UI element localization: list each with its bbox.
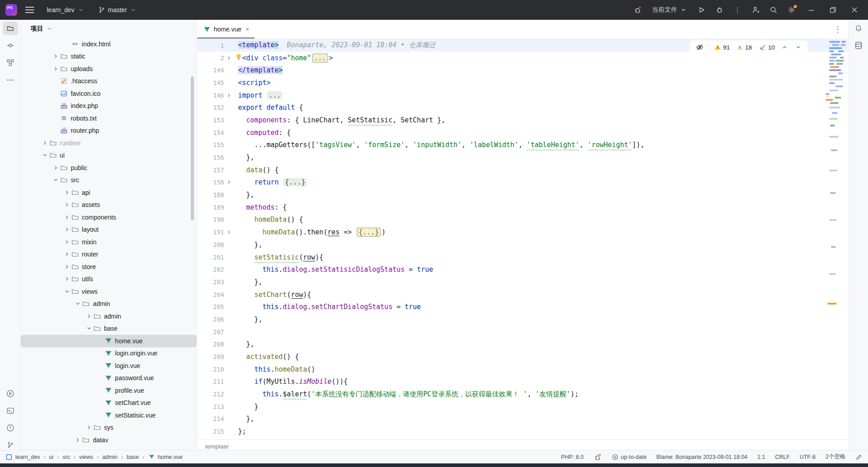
tree-item-utils[interactable]: utils xyxy=(21,273,197,286)
line-number[interactable]: 153 xyxy=(197,117,224,124)
tree-item-runtime[interactable]: runtime xyxy=(21,137,197,149)
error-stripe-mark[interactable] xyxy=(831,54,841,55)
error-stripe-mark[interactable] xyxy=(829,170,837,171)
code-line-153[interactable]: 153 components: { LineChart, SetStatisic… xyxy=(197,114,848,126)
line-number[interactable]: 154 xyxy=(197,129,224,136)
error-stripe-mark[interactable] xyxy=(832,44,839,46)
tree-item-public[interactable]: public xyxy=(21,162,197,174)
error-stripe-mark[interactable] xyxy=(829,57,837,58)
tree-item-ui[interactable]: ui xyxy=(21,149,197,162)
warnings-count[interactable]: 91 xyxy=(712,44,732,51)
tree-item-index-php[interactable]: PHPindex.php xyxy=(21,100,197,112)
code-line-212[interactable]: 212 this.$alert('本系统没有专门适配移动端，请使用PC登录系统，… xyxy=(197,388,848,400)
error-stripe-mark[interactable] xyxy=(831,149,837,151)
project-tool-icon[interactable] xyxy=(3,22,18,35)
search-icon[interactable] xyxy=(765,3,782,17)
chevron-right-icon[interactable] xyxy=(63,201,71,208)
play-icon[interactable] xyxy=(693,3,710,17)
line-number[interactable]: 215 xyxy=(197,428,224,435)
error-stripe-mark[interactable] xyxy=(828,303,837,305)
chevron-down-icon[interactable] xyxy=(63,288,71,295)
error-stripe-mark[interactable] xyxy=(838,50,844,52)
status-bug-x-icon[interactable] xyxy=(594,453,602,461)
tree-item-password-vue[interactable]: password.vue xyxy=(21,372,197,385)
vcs-branch-button[interactable]: master xyxy=(94,4,142,16)
close-icon[interactable] xyxy=(845,2,864,18)
code-line-156[interactable]: 156 }, xyxy=(197,151,848,164)
chevron-right-icon[interactable] xyxy=(63,275,71,283)
error-stripe-mark[interactable] xyxy=(842,41,846,43)
tree-item-views[interactable]: views xyxy=(21,285,197,298)
tree-item-favicon-ico[interactable]: favicon.ico xyxy=(21,87,197,100)
code-line-214[interactable]: 214 }, xyxy=(197,413,848,426)
tree-item-store[interactable]: store xyxy=(21,260,197,273)
terminal-tool-icon[interactable] xyxy=(3,404,18,418)
line-number[interactable]: 205 xyxy=(197,303,224,310)
line-number[interactable]: 155 xyxy=(197,141,224,148)
highlighting-off-icon[interactable] xyxy=(693,43,706,51)
error-stripe-mark[interactable] xyxy=(831,246,836,248)
tree-item--htaccess[interactable]: .htaccess xyxy=(21,75,197,88)
error-stripe-mark[interactable] xyxy=(829,273,836,275)
structure-tool-icon[interactable] xyxy=(3,56,18,69)
error-stripe-mark[interactable] xyxy=(836,85,843,87)
status-item-utf-8[interactable]: UTF-8 xyxy=(800,454,815,460)
tab-home-vue[interactable]: home.vue × xyxy=(197,20,255,39)
tree-item-login-vue[interactable]: login.vue xyxy=(21,359,197,372)
tree-item-src[interactable]: src xyxy=(21,174,197,187)
code-line-189[interactable]: 189 methods: { xyxy=(197,201,848,214)
tab-close-icon[interactable]: × xyxy=(244,26,249,33)
error-stripe-mark[interactable] xyxy=(829,90,838,91)
chevron-right-icon[interactable] xyxy=(63,189,71,196)
error-stripe-mark[interactable] xyxy=(829,118,837,120)
code-line-157[interactable]: 157 data() { xyxy=(197,164,848,176)
tree-item-base[interactable]: base xyxy=(21,323,197,335)
code-line-154[interactable]: 154 computed: { xyxy=(197,126,848,139)
line-number[interactable]: 214 xyxy=(197,415,224,422)
chevron-down-icon[interactable] xyxy=(85,325,93,332)
chevron-right-icon[interactable] xyxy=(63,251,71,258)
more-tools-icon[interactable]: ⋯ xyxy=(3,73,18,86)
fold-chevron-icon[interactable] xyxy=(224,54,234,62)
error-stripe-mark[interactable] xyxy=(832,112,837,114)
tree-item-uploads[interactable]: uploads xyxy=(21,63,197,75)
line-number[interactable]: 189 xyxy=(197,204,224,211)
tree-item-admin[interactable]: admin xyxy=(21,310,197,323)
tree-item-router[interactable]: router xyxy=(21,248,197,261)
line-number[interactable]: 204 xyxy=(197,291,224,298)
chevron-right-icon[interactable] xyxy=(85,424,93,431)
error-stripe-mark[interactable] xyxy=(830,192,836,194)
debug-icon[interactable] xyxy=(711,3,728,17)
settings-gear-icon[interactable] xyxy=(783,3,800,17)
problems-tool-icon[interactable] xyxy=(3,421,18,435)
error-stripe-mark[interactable] xyxy=(829,41,840,43)
line-number[interactable]: 145 xyxy=(197,79,224,86)
status-crumb-admin[interactable]: admin xyxy=(102,454,117,460)
error-stripe-mark[interactable] xyxy=(841,44,846,46)
code-viewport[interactable]: 1<template> Bonaparte, 2023-09-01 18:04 … xyxy=(197,39,848,439)
code-line-209[interactable]: 209 activated() { xyxy=(197,350,848,363)
folded-region[interactable]: ... xyxy=(312,54,328,63)
tree-item-api[interactable]: api xyxy=(21,186,197,199)
code-line-188[interactable]: 188 }, xyxy=(197,189,848,201)
chevron-right-icon[interactable] xyxy=(52,65,60,72)
code-line-213[interactable]: 213 } xyxy=(197,400,848,413)
tree-item-robots-txt[interactable]: robots.txt xyxy=(21,112,197,125)
code-line-155[interactable]: 155 ...mapGetters(['tagsView', 'formSize… xyxy=(197,139,848,152)
minimize-icon[interactable] xyxy=(801,2,821,18)
chevron-right-icon[interactable] xyxy=(63,238,71,246)
error-stripe-mark[interactable] xyxy=(836,60,844,62)
line-number[interactable]: 191 xyxy=(197,229,224,236)
error-stripe-mark[interactable] xyxy=(838,72,843,74)
error-stripe-mark[interactable] xyxy=(829,60,835,62)
project-panel-header[interactable]: 项目 xyxy=(21,20,197,38)
error-stripe-mark[interactable] xyxy=(840,57,844,58)
code-line-190[interactable]: 190 homeData() { xyxy=(197,214,848,226)
tree-item-profile-vue[interactable]: profile.vue xyxy=(21,384,197,397)
chevron-right-icon[interactable] xyxy=(52,164,60,171)
tree-item-setStatisic-vue[interactable]: setStatisic.vue xyxy=(21,409,197,422)
tree-item-datav[interactable]: datav xyxy=(21,434,197,446)
error-stripe-mark[interactable] xyxy=(837,63,843,65)
run-config-selector[interactable]: 当前文件 xyxy=(648,6,692,14)
code-line-208[interactable]: 208 }, xyxy=(197,338,848,351)
